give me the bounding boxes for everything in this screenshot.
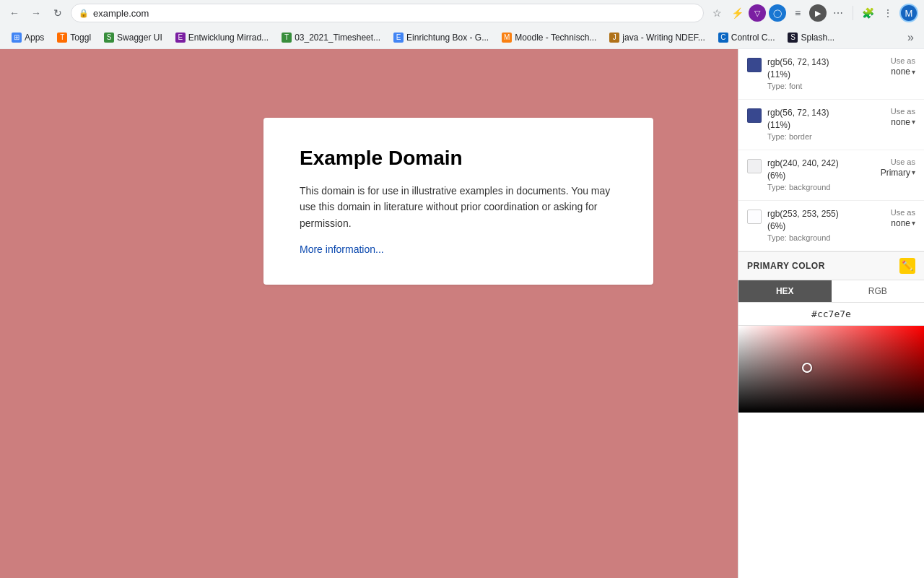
use-as-label-border: Use as xyxy=(891,107,915,116)
edit-primary-color-button[interactable]: ✏️ xyxy=(899,258,915,274)
color-swatch-bg1 xyxy=(747,159,762,173)
dropdown-arrow-bg2: ▾ xyxy=(912,219,915,227)
use-as-dropdown-bg1[interactable]: Primary ▾ xyxy=(881,168,915,178)
use-as-bg2: Use as none ▾ xyxy=(865,208,915,228)
performance-button[interactable]: ⚡ xyxy=(728,4,746,22)
use-as-bg1: Use as Primary ▾ xyxy=(865,158,915,178)
hex-input[interactable] xyxy=(770,309,892,319)
java-favicon: J xyxy=(609,33,619,43)
tab-rgb[interactable]: RGB xyxy=(832,280,925,302)
color-entry-border: rgb(56, 72, 143) (11%) Type: border Use … xyxy=(738,100,924,150)
use-as-label-bg1: Use as xyxy=(891,158,915,166)
bookmark-swagger-label: Swagger UI xyxy=(117,33,162,43)
more-bookmarks-button[interactable]: » xyxy=(903,29,918,46)
extension-puzzle-button[interactable]: 🧩 xyxy=(859,4,876,22)
bookmark-entwicklung[interactable]: E Entwicklung Mirrad... xyxy=(170,30,274,45)
bookmark-toggl-label: Toggl xyxy=(70,33,91,43)
bookmark-splash-label: Splash... xyxy=(801,33,834,43)
color-picker-panel: rgb(56, 72, 143) (11%) Type: font Use as… xyxy=(738,49,924,578)
bookmark-entwicklung-label: Entwicklung Mirrad... xyxy=(188,33,269,43)
main-area: Example Domain This domain is for use in… xyxy=(0,49,924,578)
use-as-value-border: none xyxy=(891,117,910,127)
bookmark-control-label: Control C... xyxy=(731,33,775,43)
bookmark-swagger[interactable]: S Swagger UI xyxy=(98,30,168,45)
timesheet-favicon: T xyxy=(282,33,292,43)
color-entry-bg2: rgb(253, 253, 255) (6%) Type: background… xyxy=(738,201,924,251)
extension-button-4[interactable]: ▶ xyxy=(809,4,827,22)
toggl-favicon: T xyxy=(57,33,67,43)
bookmark-toggl[interactable]: T Toggl xyxy=(51,30,97,45)
use-as-value-font: none xyxy=(891,66,910,77)
nav-separator xyxy=(853,6,853,20)
bookmark-timesheet[interactable]: T 03_2021_Timesheet... xyxy=(276,30,386,45)
bookmark-einrichtung-label: Einrichtung Box - G... xyxy=(406,33,489,43)
control-favicon: C xyxy=(718,33,728,43)
use-as-font: Use as none ▾ xyxy=(865,56,915,77)
tab-hex[interactable]: HEX xyxy=(738,280,832,302)
color-type-bg1: Type: background xyxy=(767,182,859,193)
forward-button[interactable]: → xyxy=(27,4,45,22)
einrichtung-favicon: E xyxy=(393,33,404,43)
use-as-value-bg1: Primary xyxy=(881,168,910,178)
bookmark-einrichtung[interactable]: E Einrichtung Box - G... xyxy=(388,30,494,45)
profile-button[interactable]: M xyxy=(899,4,918,22)
browser-chrome: ← → ↻ 🔒 example.com ☆ ⚡ ▽ ◯ ≡ ▶ ⋯ 🧩 ⋮ M … xyxy=(0,0,924,49)
address-bar[interactable]: 🔒 example.com xyxy=(71,4,704,22)
nav-icons: ☆ ⚡ ▽ ◯ ≡ ▶ ⋯ 🧩 ⋮ M xyxy=(708,4,918,22)
reload-button[interactable]: ↻ xyxy=(49,4,66,22)
primary-color-label: PRIMARY COLOR xyxy=(747,261,825,271)
color-swatch-border xyxy=(747,108,762,123)
dropdown-arrow-border: ▾ xyxy=(912,118,915,126)
more-extensions-button[interactable]: ⋯ xyxy=(829,4,847,22)
use-as-dropdown-bg2[interactable]: none ▾ xyxy=(891,218,915,228)
color-entry-bg1: rgb(240, 240, 242) (6%) Type: background… xyxy=(738,150,924,201)
tab-hex-label: HEX xyxy=(776,286,794,296)
color-gradient-picker[interactable] xyxy=(738,326,924,413)
page-title: Example Domain xyxy=(300,147,617,170)
bookmarks-bar: ⊞ Apps T Toggl S Swagger UI E Entwicklun… xyxy=(0,26,924,49)
bookmark-apps[interactable]: ⊞ Apps xyxy=(6,30,50,45)
color-type-font: Type: font xyxy=(767,81,859,92)
moodle-favicon: M xyxy=(502,33,512,43)
color-info-bg1: rgb(240, 240, 242) (6%) Type: background xyxy=(767,158,859,193)
lock-icon: 🔒 xyxy=(79,9,89,18)
use-as-dropdown-font[interactable]: none ▾ xyxy=(891,66,915,77)
entwicklung-favicon: E xyxy=(175,33,186,43)
hex-input-row xyxy=(738,303,924,326)
color-percent-bg1: (6%) xyxy=(767,170,859,182)
back-button[interactable]: ← xyxy=(6,4,23,22)
example-domain-card: Example Domain This domain is for use in… xyxy=(263,118,653,285)
use-as-label-bg2: Use as xyxy=(891,208,915,217)
pencil-icon: ✏️ xyxy=(902,260,913,271)
bookmark-star-button[interactable]: ☆ xyxy=(708,4,725,22)
bookmark-control[interactable]: C Control C... xyxy=(712,30,781,45)
color-info-border: rgb(56, 72, 143) (11%) Type: border xyxy=(767,107,859,142)
color-percent-border: (11%) xyxy=(767,119,859,131)
extension-button-1[interactable]: ▽ xyxy=(749,4,766,22)
bookmark-splash[interactable]: S Splash... xyxy=(782,30,840,45)
use-as-border: Use as none ▾ xyxy=(865,107,915,127)
color-format-tabs: HEX RGB xyxy=(738,280,924,303)
color-rgb-bg2: rgb(253, 253, 255) xyxy=(767,208,859,220)
color-type-border: Type: border xyxy=(767,131,859,142)
bookmark-moodle[interactable]: M Moodle - Technisch... xyxy=(496,30,602,45)
color-percent-font: (11%) xyxy=(767,69,859,81)
color-rgb-bg1: rgb(240, 240, 242) xyxy=(767,158,859,170)
color-percent-bg2: (6%) xyxy=(767,220,859,233)
color-type-bg2: Type: background xyxy=(767,233,859,243)
bookmark-java-label: java - Writing NDEF... xyxy=(622,33,705,43)
bookmark-java[interactable]: J java - Writing NDEF... xyxy=(603,30,710,45)
primary-color-bar: PRIMARY COLOR ✏️ xyxy=(738,251,924,280)
color-rgb-border: rgb(56, 72, 143) xyxy=(767,107,859,119)
extension-button-2[interactable]: ◯ xyxy=(769,4,786,22)
gradient-cursor[interactable] xyxy=(802,363,812,373)
dropdown-arrow-font: ▾ xyxy=(912,68,915,76)
more-info-link[interactable]: More information... xyxy=(300,243,384,255)
apps-favicon: ⊞ xyxy=(12,33,22,43)
more-menu-button[interactable]: ⋮ xyxy=(879,4,897,22)
extension-button-3[interactable]: ≡ xyxy=(789,4,806,22)
color-entry-font: rgb(56, 72, 143) (11%) Type: font Use as… xyxy=(738,49,924,100)
splash-favicon: S xyxy=(788,33,798,43)
color-swatch-bg2 xyxy=(747,210,762,224)
use-as-dropdown-border[interactable]: none ▾ xyxy=(891,117,915,127)
